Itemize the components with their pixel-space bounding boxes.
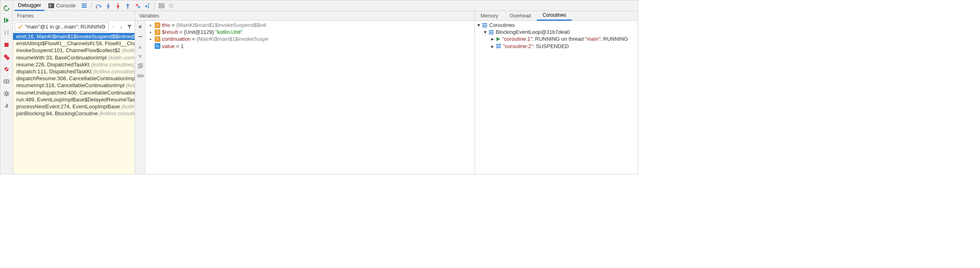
svg-line-16 <box>8 95 9 96</box>
glasses-icon[interactable] <box>137 72 144 79</box>
thread-dump-icon[interactable] <box>2 77 11 86</box>
stack-icon <box>496 43 501 49</box>
threads-icon[interactable] <box>80 1 89 10</box>
svg-rect-2 <box>7 30 9 35</box>
frame-row[interactable]: joinBlocking:84, BlockingCoroutine(kotli… <box>13 110 135 117</box>
svg-point-23 <box>96 7 97 8</box>
prev-frame-icon[interactable]: ↑ <box>109 23 117 31</box>
frames-list[interactable]: emit:16, MainKt$main$1$invokeSuspend$$in… <box>13 33 135 174</box>
svg-point-9 <box>6 81 7 82</box>
coroutine-1-name: "coroutine:1" <box>502 36 532 42</box>
variables-gutter: + − ▲ ▼ <box>135 21 146 174</box>
svg-line-18 <box>4 95 5 96</box>
svg-point-5 <box>6 57 9 60</box>
tab-memory[interactable]: Memory <box>475 11 504 20</box>
evaluate-icon[interactable] <box>157 1 166 10</box>
svg-point-10 <box>5 92 8 95</box>
twisty-down-icon[interactable]: ▾ <box>484 29 487 35</box>
frame-row[interactable]: emit:16, MainKt$main$1$invokeSuspend$$in… <box>13 33 135 40</box>
coroutine-2-name: "coroutine:2" <box>503 43 533 49</box>
frame-row[interactable]: emitAllImpl$FlowKt__ChannelsKt:58, FlowK… <box>13 40 135 47</box>
coroutines-tree[interactable]: ▾ Coroutines ▾ BlockingEventLoop@31b7dea… <box>475 21 638 174</box>
stop-icon[interactable] <box>2 41 11 49</box>
move-up-icon[interactable]: ▲ <box>137 43 144 50</box>
thread-selector[interactable]: "main"@1 in gr...main": RUNNING ▾ <box>15 22 109 32</box>
force-step-into-icon[interactable] <box>114 1 122 10</box>
frames-header: Frames <box>13 11 135 21</box>
variable-row[interactable]: ▸f continuation = {MainKt$main$1$invokeS… <box>146 35 475 42</box>
tab-overhead[interactable]: Overhead <box>504 11 537 20</box>
frame-row[interactable]: resume:226, DispatchedTaskKt(kotlinx.cor… <box>13 61 135 68</box>
svg-rect-1 <box>4 30 6 35</box>
run-to-cursor-icon[interactable] <box>143 1 152 10</box>
mute-breakpoints-icon[interactable] <box>2 65 11 73</box>
settings-icon[interactable] <box>2 90 11 98</box>
svg-rect-0 <box>4 18 5 23</box>
step-out-icon[interactable] <box>123 1 132 10</box>
svg-point-29 <box>127 7 128 9</box>
drop-frame-icon[interactable] <box>133 1 142 10</box>
frame-row[interactable]: resumeWith:33, BaseContinuationImpl(kotl… <box>13 54 135 61</box>
svg-point-42 <box>138 75 140 77</box>
svg-rect-3 <box>4 43 9 47</box>
debug-run-gutter <box>0 0 13 174</box>
rerun-icon[interactable] <box>2 4 11 12</box>
frame-row[interactable]: processNextEvent:274, EventLoopImplBase(… <box>13 103 135 110</box>
frame-row[interactable]: invokeSuspend:101, ChannelFlow$collect$2… <box>13 47 135 54</box>
twisty-down-icon[interactable]: ▾ <box>477 22 480 28</box>
frame-row[interactable]: dispatch:111, DispatchedTaskKt(kotlinx.c… <box>13 68 135 75</box>
variables-tree[interactable]: ▸f this = {MainKt$main$1$invokeSuspend$$… <box>146 21 475 174</box>
coroutine-2-tail: : SUSPENDED <box>533 43 569 49</box>
twisty-right-icon[interactable]: ▸ <box>491 36 494 42</box>
filter-icon[interactable] <box>126 23 133 31</box>
event-loop-label: BlockingEventLoop@31b7dea0 <box>496 29 570 35</box>
chevron-down-icon: ▾ <box>103 24 106 30</box>
view-breakpoints-icon[interactable] <box>2 53 11 61</box>
debugger-toolbar: Debugger Console <box>13 0 638 11</box>
remove-watch-icon[interactable]: − <box>137 33 144 40</box>
svg-rect-19 <box>48 3 54 8</box>
frame-row[interactable]: run:489, EventLoopImplBase$DelayedResume… <box>13 96 135 103</box>
frame-row[interactable]: dispatchResume:308, CancellableContinuat… <box>13 75 135 82</box>
duplicate-icon[interactable] <box>137 62 144 70</box>
coroutine-1-tail: : RUNNING <box>600 36 628 42</box>
thread-selector-label: "main"@1 in gr...main": RUNNING <box>25 24 105 30</box>
play-icon <box>496 37 501 42</box>
tab-coroutines[interactable]: Coroutines <box>537 11 572 21</box>
frame-row[interactable]: resumeUndispatched:400, CancellableConti… <box>13 89 135 96</box>
resume-icon[interactable] <box>2 16 11 24</box>
svg-point-25 <box>107 7 109 9</box>
variable-row[interactable]: ▸f this = {MainKt$main$1$invokeSuspend$$… <box>146 22 475 29</box>
coroutine-1-state: : RUNNING on thread <box>532 36 585 42</box>
stack-icon <box>482 22 488 28</box>
step-over-icon[interactable] <box>94 1 103 10</box>
check-icon <box>18 24 23 29</box>
variables-header: Variables <box>135 11 475 21</box>
svg-line-15 <box>4 92 5 92</box>
pin-icon[interactable] <box>2 102 11 110</box>
console-label: Console <box>56 2 76 9</box>
pause-icon[interactable] <box>2 29 11 37</box>
coroutine-1-thread: "main" <box>585 36 600 42</box>
svg-point-43 <box>141 75 143 77</box>
tab-console[interactable]: Console <box>45 1 79 10</box>
stack-icon <box>488 29 494 35</box>
step-into-icon[interactable] <box>104 1 113 10</box>
tab-debugger[interactable]: Debugger <box>15 0 44 11</box>
variable-row[interactable]: ▸f $result = {Unit@1129} "kotlin.Unit" <box>146 29 475 35</box>
frame-row[interactable]: resumeImpl:318, CancellableContinuationI… <box>13 82 135 89</box>
twisty-right-icon[interactable]: ▸ <box>491 43 494 49</box>
variable-row[interactable]: 01 value = 1 <box>146 43 475 50</box>
coroutines-root-label: Coroutines <box>489 22 515 28</box>
svg-point-27 <box>117 7 118 9</box>
add-watch-icon[interactable]: + <box>137 23 144 31</box>
trace-icon[interactable] <box>167 1 176 10</box>
svg-line-17 <box>8 92 9 92</box>
console-icon <box>48 3 54 8</box>
next-frame-icon[interactable]: ↓ <box>118 23 125 31</box>
move-down-icon[interactable]: ▼ <box>137 53 144 60</box>
